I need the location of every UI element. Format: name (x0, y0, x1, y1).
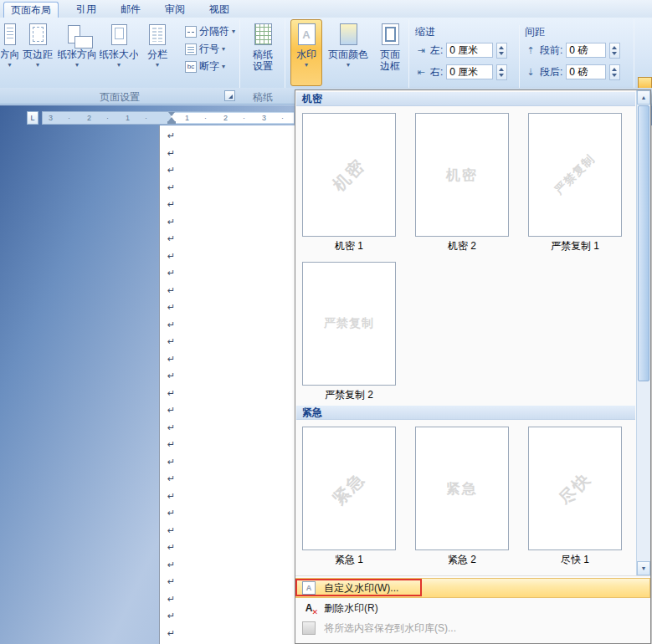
watermark-gallery-dropdown: 机密 机密 机密 严禁复制 机密 1 机密 2 严禁复制 1 严禁复制 严禁复制… (295, 89, 651, 644)
ruler-number: · (68, 113, 70, 123)
paper-size-icon (111, 24, 127, 45)
paragraph-mark-icon: ↵ (167, 230, 181, 248)
grid-settings-label-line1: 稿纸 (253, 49, 273, 60)
menu-item-save-to-watermark-gallery[interactable]: 将所选内容保存到水印库(S)... (295, 618, 650, 638)
watermark-button[interactable]: A 水印 ▾ (290, 19, 322, 86)
line-numbers-button[interactable]: 行号 ▾ (185, 41, 239, 57)
spacing-after-stepper[interactable] (609, 64, 620, 80)
ruler-text-area (171, 113, 294, 123)
watermark-thumbnail-jinji1[interactable]: 紧急 (302, 427, 396, 550)
columns-button[interactable]: 分栏 ▾ (141, 19, 174, 86)
paragraph-mark-icon: ↵ (167, 145, 181, 162)
menu-item-remove-watermark[interactable]: A✕ 删除水印(R) (295, 598, 650, 618)
line-numbers-label: 行号 (199, 42, 219, 56)
paragraph-mark-icon: ↵ (167, 316, 181, 334)
breaks-button[interactable]: 分隔符 ▾ (185, 23, 239, 39)
scroll-down-icon: ▼ (641, 565, 647, 571)
margins-icon (29, 23, 47, 45)
paragraph-mark-icon: ↵ (167, 248, 181, 265)
remove-watermark-icon: A✕ (302, 601, 316, 615)
orientation-button[interactable]: 纸张方向 ▾ (57, 19, 97, 86)
dialog-launcher-icon[interactable] (224, 90, 235, 101)
paragraph-mark-icon: ↵ (167, 539, 181, 556)
spacing-before-stepper[interactable] (609, 43, 620, 59)
watermark-preview-text: 紧急 (328, 468, 370, 509)
paragraph-mark-icon: ↵ (167, 607, 181, 625)
watermark-icon: A (298, 23, 316, 45)
paragraph-mark-icon: ↵ (167, 282, 181, 299)
spacing-before-input[interactable]: 0 磅 (566, 43, 606, 58)
spacing-before-icon: ⇡ (525, 45, 536, 56)
spacing-after-input[interactable]: 0 磅 (566, 64, 606, 79)
indent-right-label: 右: (430, 65, 443, 79)
paragraph-mark-icon: ↵ (167, 436, 181, 453)
spacing-before-row: ⇡ 段前: 0 磅 (525, 42, 620, 59)
chevron-down-icon: ▾ (36, 61, 39, 69)
watermark-thumbnail-label: 紧急 1 (302, 553, 396, 567)
paper-size-label: 纸张大小 (99, 49, 139, 61)
paper-size-button[interactable]: 纸张大小 ▾ (99, 19, 139, 86)
save-to-gallery-label: 将所选内容保存到水印库(S)... (324, 621, 456, 636)
indent-right-input[interactable]: 0 厘米 (446, 64, 493, 79)
gallery-scrollbar[interactable]: ▲ ▼ (636, 90, 650, 575)
watermark-thumbnail-label: 机密 2 (415, 239, 509, 253)
hyphenation-button[interactable]: bc 断字 ▾ (185, 59, 239, 74)
watermark-thumbnail-label: 严禁复制 2 (302, 388, 396, 402)
page-color-label: 页面颜色 (328, 49, 368, 61)
menu-item-custom-watermark[interactable]: A 自定义水印(W)... (295, 578, 650, 598)
scroll-up-button[interactable]: ▲ (637, 90, 650, 105)
indent-left-label: 左: (430, 43, 443, 58)
spacing-before-label: 段前: (540, 43, 562, 58)
indent-right-icon: ⇤ (415, 67, 427, 78)
margins-label: 页边距 (23, 49, 53, 61)
indent-right-stepper[interactable] (496, 64, 507, 80)
gallery-section-header-confidential: 机密 (296, 92, 635, 106)
tab-review[interactable]: 审阅 (156, 2, 194, 18)
watermark-thumbnail-jimi2[interactable]: 机密 (415, 113, 509, 237)
indent-left-row: ⇥ 左: 0 厘米 (415, 42, 507, 59)
tab-page-layout[interactable]: 页面布局 (3, 2, 59, 18)
watermark-gallery: 机密 机密 机密 严禁复制 机密 1 机密 2 严禁复制 1 严禁复制 严禁复制… (295, 90, 636, 575)
paragraph-marks: ↵↵↵↵↵↵↵↵↵↵↵↵↵↵↵↵↵↵↵↵↵↵↵↵↵↵↵↵↵↵ (167, 127, 181, 641)
remove-watermark-label: 删除水印(R) (324, 601, 378, 616)
grid-paper-settings-button[interactable]: 稿纸 设置 (244, 19, 282, 86)
watermark-thumbnail-nocopy2[interactable]: 严禁复制 (302, 262, 396, 386)
indent-left-input[interactable]: 0 厘米 (446, 43, 493, 58)
watermark-thumbnail-jinji2[interactable]: 紧急 (415, 427, 509, 550)
scrollbar-thumb[interactable] (638, 105, 649, 381)
gallery-section-header-urgent: 紧急 (296, 406, 635, 420)
watermark-thumbnail-jinkuai1[interactable]: 尽快 (528, 427, 622, 550)
chevron-down-icon: ▾ (222, 63, 225, 70)
ruler-number: 3 (49, 113, 53, 123)
orientation-label: 纸张方向 (57, 49, 97, 61)
tab-references[interactable]: 引用 (67, 2, 105, 18)
watermark-thumbnail-label: 严禁复制 1 (528, 239, 622, 253)
scroll-down-button[interactable]: ▼ (637, 561, 650, 575)
ruler-number: 2 (87, 113, 91, 123)
left-indent-marker[interactable] (167, 121, 176, 124)
indent-left-stepper[interactable] (496, 43, 507, 59)
page-color-button[interactable]: 页面颜色 ▾ (325, 19, 372, 86)
text-direction-button[interactable]: 方向 ▾ (0, 19, 19, 86)
tab-stop-selector[interactable]: L (27, 111, 39, 125)
page-borders-button[interactable]: 页面 边框 (374, 19, 406, 86)
watermark-menu: A 自定义水印(W)... A✕ 删除水印(R) 将所选内容保存到水印库(S).… (295, 575, 650, 643)
paragraph-mark-icon: ↵ (167, 590, 181, 608)
tab-mailings[interactable]: 邮件 (111, 2, 150, 18)
columns-icon (149, 24, 166, 45)
chevron-down-icon: ▾ (232, 28, 235, 35)
orientation-icon (68, 25, 80, 43)
page-break-icon (185, 26, 197, 38)
page-setup-group-caption: 页面设置 (0, 90, 239, 105)
first-line-indent-marker[interactable] (168, 112, 175, 116)
watermark-thumbnail-jimi1[interactable]: 机密 (302, 113, 396, 237)
paragraph-mark-icon: ↵ (167, 401, 181, 419)
paragraph-mark-icon: ↵ (167, 504, 181, 522)
watermark-thumbnail-nocopy1[interactable]: 严禁复制 (528, 113, 622, 237)
text-direction-icon (4, 23, 16, 45)
tab-view[interactable]: 视图 (200, 2, 239, 18)
margins-button[interactable]: 页边距 ▾ (21, 19, 54, 86)
watermark-preview-text: 机密 (446, 166, 478, 185)
save-to-gallery-icon (302, 621, 316, 635)
paragraph-mark-icon: ↵ (167, 264, 181, 282)
